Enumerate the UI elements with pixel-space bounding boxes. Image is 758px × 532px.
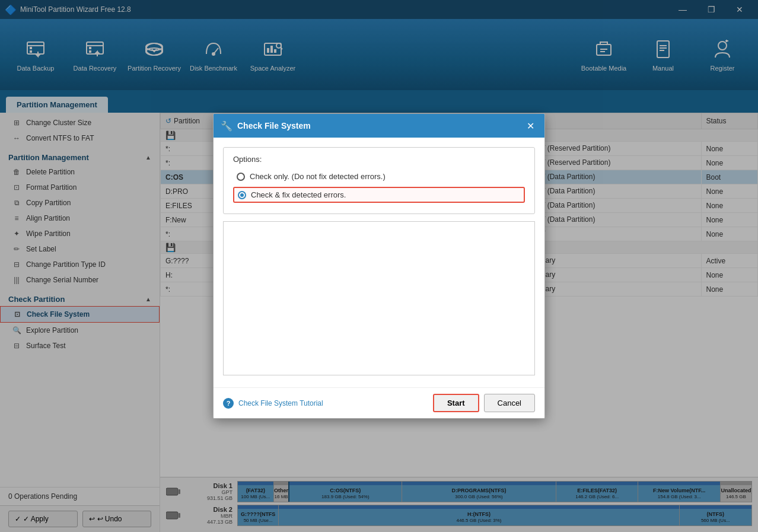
radio-check-only-indicator [237,173,245,181]
modal-overlay: 🔧 Check File System ✕ Options: Check onl… [0,0,758,532]
radio-option-check-only[interactable]: Check only. (Do not fix detected errors.… [233,170,525,183]
modal-footer: ? Check File System Tutorial Start Cance… [214,387,544,418]
modal-title: Check File System [237,121,311,130]
modal-options-box: Options: Check only. (Do not fix detecte… [223,147,535,214]
radio-check-fix-indicator [238,191,246,199]
radio-option-check-fix[interactable]: Check & fix detected errors. [233,187,525,203]
help-icon: ? [223,398,234,409]
options-label: Options: [233,155,525,164]
modal-body: Options: Check only. (Do not fix detecte… [214,138,544,387]
radio-check-fix-label: Check & fix detected errors. [251,190,346,199]
radio-check-only-label: Check only. (Do not fix detected errors.… [250,172,386,181]
start-button[interactable]: Start [433,394,479,412]
modal-title-bar: 🔧 Check File System ✕ [214,114,544,138]
modal-log-area [223,221,535,375]
modal-footer-buttons: Start Cancel [433,394,535,412]
cancel-button[interactable]: Cancel [484,394,535,412]
check-file-system-modal: 🔧 Check File System ✕ Options: Check onl… [213,113,545,419]
modal-title-icon: 🔧 [221,120,233,132]
modal-help-link[interactable]: Check File System Tutorial [238,399,323,407]
modal-close-button[interactable]: ✕ [523,119,537,133]
